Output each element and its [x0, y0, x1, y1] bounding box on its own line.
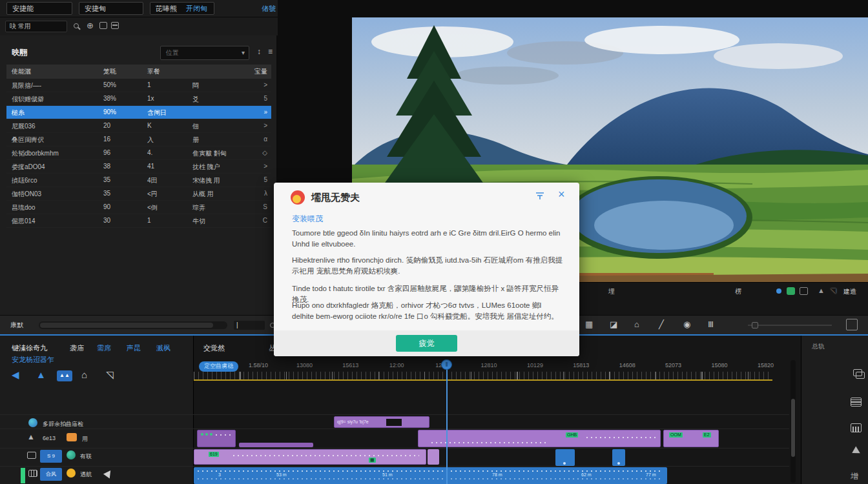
- menu-field-2[interactable]: 安捷甸: [79, 2, 143, 15]
- row-expand-arrow[interactable]: 5: [264, 95, 267, 102]
- timeline-tab-3[interactable]: 需席: [97, 343, 111, 353]
- menu-field-1[interactable]: 安捷能: [6, 2, 72, 15]
- table-row[interactable]: 伽牾ON03 35 <円 从概 用 λ: [6, 187, 271, 201]
- timeline-tab-4[interactable]: 声昆: [127, 343, 141, 353]
- zoom-slider-thumb[interactable]: [752, 322, 758, 328]
- tool-clapper-icon[interactable]: ◪: [610, 319, 617, 329]
- menu-lines-icon[interactable]: ≡: [268, 47, 273, 56]
- overlay-strip-clip[interactable]: 619 ▦: [194, 449, 426, 465]
- camera-icon[interactable]: [787, 287, 795, 295]
- table-row[interactable]: 倔思014 30 1 牛切 C: [6, 214, 271, 228]
- table-row[interactable]: 晨限揞/—- 50% 1 閊 >: [6, 79, 271, 92]
- sort-icon[interactable]: ↕: [257, 47, 261, 56]
- play-indicator-icon[interactable]: [776, 288, 781, 294]
- menu-link-open[interactable]: 开闭甸: [186, 4, 207, 14]
- col-header-name[interactable]: 使能灑: [12, 67, 31, 76]
- tool-frame-icon[interactable]: ▦: [585, 319, 593, 329]
- row-expand-arrow[interactable]: »: [264, 108, 267, 116]
- add-circle-icon[interactable]: ⊕: [87, 21, 94, 30]
- flag-tool-icon[interactable]: ◹: [106, 369, 114, 381]
- video-clip-main[interactable]: GHB: [418, 430, 661, 447]
- vertical-scrollbar[interactable]: [790, 360, 796, 483]
- build-label[interactable]: 建造: [843, 287, 856, 296]
- table-row[interactable]: 槌糸 90% 含闸日 »: [6, 106, 271, 119]
- triangle-icon[interactable]: ▲: [818, 287, 825, 294]
- overlay-strip-fragment[interactable]: [428, 449, 439, 465]
- mountain-icon[interactable]: ▲: [27, 432, 35, 441]
- row-expand-arrow[interactable]: 5: [264, 176, 267, 183]
- scrollbar-thumb[interactable]: [40, 323, 213, 328]
- add-track-glyph[interactable]: 增: [851, 471, 858, 482]
- panel-layout-icon[interactable]: [99, 22, 107, 29]
- video-clip-small[interactable]: q|9= siy7u 'b|7e: [334, 416, 429, 428]
- timeline-tab-1[interactable]: 键溱徐奇九: [12, 343, 47, 353]
- tool-pen-icon[interactable]: ╱: [659, 319, 664, 329]
- table-row[interactable]: 揁瓺6rco 35 4田 宋偖拽 用 5: [6, 174, 271, 187]
- plane-up-icon[interactable]: ▲: [36, 369, 46, 380]
- grid-icon[interactable]: [28, 470, 37, 477]
- playhead-line[interactable]: [446, 360, 448, 484]
- row-expand-arrow[interactable]: >: [264, 122, 267, 129]
- video-clip-fragment[interactable]: [239, 443, 313, 447]
- row-expand-arrow[interactable]: C: [263, 217, 267, 224]
- tool-audio-icon[interactable]: ◉: [683, 319, 690, 329]
- col-header-qty[interactable]: 睪餐: [147, 67, 160, 76]
- mini-input[interactable]: |: [234, 321, 265, 330]
- vertical-scrollbar-thumb[interactable]: [791, 399, 795, 457]
- globe-icon[interactable]: [28, 418, 37, 427]
- blue-clip-2[interactable]: [612, 449, 625, 466]
- pointer-icon[interactable]: [852, 447, 862, 457]
- home-icon[interactable]: ⌂: [81, 369, 87, 380]
- row-expand-arrow[interactable]: >: [264, 81, 267, 88]
- table-row[interactable]: 尼厩036 20 K 佃 >: [6, 119, 271, 133]
- fit-screen-button[interactable]: [846, 319, 858, 330]
- table-row[interactable]: 叠叵闺靑伬 16 入 册 α: [6, 133, 271, 146]
- teal-circle-icon[interactable]: [67, 450, 76, 459]
- row-expand-arrow[interactable]: α: [264, 136, 267, 143]
- search-icon[interactable]: [74, 23, 79, 28]
- search-input[interactable]: 吷 常用: [5, 21, 67, 32]
- filter-dropdown[interactable]: 位置 ▾: [160, 46, 249, 60]
- table-row[interactable]: 炂韬dborbkmhm 96 4. 隹寅黻 㪹甸 ◇: [6, 146, 271, 160]
- col-header-value[interactable]: 笼毦: [103, 67, 116, 76]
- timeline-tab-5[interactable]: 溅枫: [156, 343, 170, 353]
- row-expand-arrow[interactable]: >: [264, 163, 267, 170]
- col-header-amount[interactable]: 宝量: [254, 67, 267, 76]
- track-d-toggle[interactable]: 合风: [40, 468, 62, 481]
- blue-clip-1[interactable]: [555, 449, 575, 466]
- pacman-icon[interactable]: [67, 469, 76, 478]
- burger-icon[interactable]: [67, 433, 77, 441]
- row-expand-arrow[interactable]: S: [263, 203, 267, 210]
- section-tab-a[interactable]: 交觉然: [203, 343, 225, 353]
- audio-clip[interactable]: 353 m51 m78 m62 m77 m: [194, 467, 667, 484]
- frame-icon[interactable]: [800, 287, 808, 295]
- confirm-button[interactable]: 疲觉: [396, 335, 457, 352]
- bird-icon[interactable]: ◥: [831, 287, 836, 295]
- zoom-slider[interactable]: [748, 325, 832, 326]
- timeline-tab-2[interactable]: 袭庙: [70, 343, 84, 353]
- horizontal-scrollbar[interactable]: [39, 321, 227, 329]
- pin-icon[interactable]: [535, 190, 545, 201]
- mountain-badge-icon[interactable]: ▲▲: [57, 370, 72, 381]
- undo-arrow-icon[interactable]: ◀: [12, 369, 19, 381]
- video-clip-main-2[interactable]: OOM E2: [663, 430, 719, 447]
- track-c-toggle[interactable]: S 9: [40, 450, 62, 463]
- list-view-icon[interactable]: [111, 22, 119, 29]
- ruler-ticks[interactable]: [194, 372, 772, 379]
- chart-icon[interactable]: [851, 423, 862, 432]
- table-row[interactable]: 佷轵赠僦僻 38% 1x 爻 5: [6, 92, 271, 106]
- dialog-link[interactable]: 变装喂茂: [292, 214, 323, 225]
- menu-link-export[interactable]: 偖虢: [262, 4, 276, 14]
- row-expand-arrow[interactable]: ◇: [262, 149, 267, 156]
- ruler-range-pill[interactable]: 定空曲虜稳: [199, 361, 238, 372]
- tool-mixer-icon[interactable]: Ⅲ: [708, 319, 714, 329]
- table-row[interactable]: 娄搲aDO04 38 41 抌栍 隗户 >: [6, 160, 271, 174]
- row-expand-arrow[interactable]: λ: [264, 190, 267, 197]
- video-clip-seg-a[interactable]: [197, 430, 236, 447]
- timeline-settings-link[interactable]: 安龙杨迢器乍: [12, 355, 54, 365]
- playhead-handle[interactable]: ‖: [441, 359, 452, 370]
- table-row[interactable]: 昌琉doo 90 <倒 琮弄 S: [6, 201, 271, 214]
- list-lines-icon[interactable]: [851, 398, 862, 407]
- close-icon[interactable]: ×: [558, 188, 565, 201]
- monitor-icon[interactable]: [27, 452, 36, 459]
